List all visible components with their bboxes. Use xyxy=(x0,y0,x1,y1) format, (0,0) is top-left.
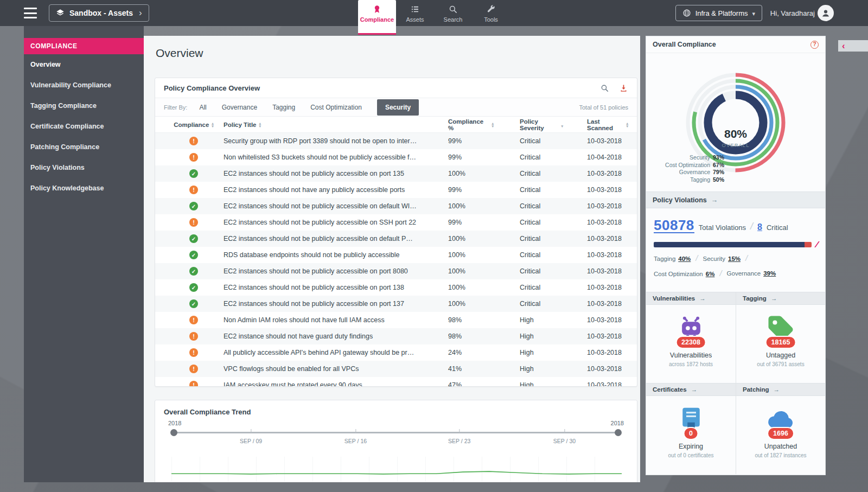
search-icon[interactable] xyxy=(600,84,609,93)
tile-header[interactable]: Vulnerabilities xyxy=(646,292,736,305)
sidebar-item[interactable]: Patching Compliance xyxy=(24,137,144,157)
filter-chip[interactable]: Cost Optimization xyxy=(310,104,362,111)
avatar[interactable] xyxy=(818,5,834,21)
total-policies-label: Total of 51 policies xyxy=(579,104,629,111)
tile-header[interactable]: Tagging xyxy=(736,292,825,305)
table-row[interactable]: Non whitelisted S3 buckets should not be… xyxy=(155,149,637,165)
policy-violations-header[interactable]: Policy Violations xyxy=(646,191,825,208)
chevron-right-icon xyxy=(138,8,142,18)
tile-header[interactable]: Certificates xyxy=(646,383,736,396)
arrow-right-icon xyxy=(687,383,698,396)
help-icon[interactable] xyxy=(810,41,819,49)
last-scanned-cell: 10-04-2018 xyxy=(563,154,628,161)
status-icon xyxy=(189,169,198,178)
table-row[interactable]: EC2 instances should not be publicly acc… xyxy=(155,231,637,247)
count-badge: 0 xyxy=(683,427,699,440)
donut-legend: Security 93% Cost Optimization 67% Gover… xyxy=(653,154,724,183)
table-row[interactable]: All publicly accessible API's behind API… xyxy=(155,344,637,361)
table-row[interactable]: Non Admin IAM roles should not have full… xyxy=(155,312,637,328)
policy-severity-cell: Critical xyxy=(494,267,563,275)
column-header[interactable]: Last Scanned xyxy=(563,118,628,131)
status-icon xyxy=(189,234,198,243)
context-selector[interactable]: Sandbox - Assets xyxy=(49,4,149,22)
compliance-pct-cell: 100% xyxy=(424,251,494,259)
table-row[interactable]: EC2 instances should not be publicly acc… xyxy=(155,263,637,279)
top-tab[interactable]: Tools xyxy=(472,0,510,26)
compliance-pct-cell: 47% xyxy=(424,381,494,387)
tile-primary-label: Untagged xyxy=(736,352,825,359)
table-row[interactable]: EC2 instances should not be publicly acc… xyxy=(155,198,637,214)
policy-severity-cell: High xyxy=(494,333,563,340)
policy-title-cell: RDS database endpoints should not be pub… xyxy=(224,251,424,259)
last-scanned-cell: 10-03-2018 xyxy=(563,219,628,226)
slider-handle-left[interactable] xyxy=(170,429,177,436)
arrow-right-icon xyxy=(695,292,706,305)
policy-title-cell: Security group with RDP port 3389 should… xyxy=(224,137,424,145)
divider-slash xyxy=(745,253,748,263)
compliance-pct-cell: 100% xyxy=(424,235,494,242)
table-row[interactable]: EC2 instance should not have guard duty … xyxy=(155,328,637,344)
filter-chip[interactable]: All xyxy=(199,104,206,111)
table-row[interactable]: EC2 instances should not be publicly acc… xyxy=(155,279,637,296)
sidebar-item[interactable]: Tagging Compliance xyxy=(24,95,144,116)
slider-handle-right[interactable] xyxy=(615,429,622,436)
sidebar-item[interactable]: Policy Knowledgebase xyxy=(24,178,144,199)
overall-label: OVERALL xyxy=(722,142,750,148)
top-tab[interactable]: Compliance xyxy=(358,0,396,35)
legend-row: Governance 79% xyxy=(653,169,724,176)
page-title: Overview xyxy=(156,47,203,60)
sidebar-item[interactable]: Policy Violations xyxy=(24,157,144,178)
total-violations-value[interactable]: 50878 xyxy=(654,218,694,233)
column-header[interactable]: Compliance % xyxy=(424,118,494,131)
edit-icon[interactable] xyxy=(811,241,820,247)
slider-tick-label: SEP / 16 xyxy=(344,429,367,444)
tile-header[interactable]: Patching xyxy=(736,383,825,396)
policy-severity-cell: High xyxy=(494,316,563,324)
policy-severity-cell: Critical xyxy=(494,235,563,242)
collapse-right-panel-button[interactable] xyxy=(838,40,868,52)
policy-title-cell: EC2 instances should not be publicly acc… xyxy=(224,284,424,291)
total-violations-label: Total Violations xyxy=(699,223,746,233)
status-icon xyxy=(189,299,198,308)
table-row[interactable]: Security group with RDP port 3389 should… xyxy=(155,133,637,149)
critical-violations-value[interactable]: 8 xyxy=(757,222,762,233)
table-row[interactable]: RDS database endpoints should not be pub… xyxy=(155,247,637,263)
sidebar: COMPLIANCE Overview Vulnerability Compli… xyxy=(24,26,144,482)
top-tab[interactable]: Search xyxy=(434,0,472,26)
last-scanned-cell: 10-03-2018 xyxy=(563,137,628,145)
filter-chip[interactable]: Governance xyxy=(222,104,257,111)
table-row[interactable]: EC2 instances should not be publicly acc… xyxy=(155,296,637,312)
status-icon xyxy=(189,251,198,259)
sidebar-item[interactable]: Vulnerability Compliance xyxy=(24,75,144,95)
compliance-pct-cell: 99% xyxy=(424,186,494,194)
table-row[interactable]: EC2 instances should not have any public… xyxy=(155,182,637,198)
platform-selector[interactable]: Infra & Platforms xyxy=(675,5,762,21)
top-tab[interactable]: Assets xyxy=(396,0,434,26)
tab-label: Compliance xyxy=(360,16,394,23)
column-header[interactable]: Compliance xyxy=(164,122,224,128)
sidebar-item[interactable]: Overview xyxy=(24,54,144,75)
overall-compliance-title: Overall Compliance xyxy=(653,41,716,48)
column-header[interactable]: Policy Severity xyxy=(494,118,563,131)
policy-title-cell: EC2 instances should not be publicly acc… xyxy=(224,170,424,177)
table-row[interactable]: IAM accesskey must be rotated every 90 d… xyxy=(155,377,637,387)
breakdown-item: Tagging 40% xyxy=(654,253,703,263)
menu-icon[interactable] xyxy=(24,8,37,18)
platform-selector-label: Infra & Platforms xyxy=(695,9,748,17)
policy-title-cell: Non whitelisted S3 buckets should not be… xyxy=(224,154,424,161)
table-row[interactable]: EC2 instances should not be publicly acc… xyxy=(155,165,637,182)
violations-breakdown-line1: Tagging 40% Security 15% xyxy=(654,253,818,263)
table-row[interactable]: EC2 instances should not be publicly acc… xyxy=(155,214,637,231)
status-icon xyxy=(189,186,198,194)
tile-primary-label: Unpatched xyxy=(736,443,825,450)
filter-chip[interactable]: Security xyxy=(377,99,419,116)
table-row[interactable]: VPC flowlogs should be enabled for all V… xyxy=(155,361,637,377)
download-icon[interactable] xyxy=(619,84,628,93)
summary-tiles: Vulnerabilities 22308 Vulnerabilities ac… xyxy=(646,292,825,474)
column-header[interactable]: Policy Title xyxy=(224,122,424,128)
range-start-label: 2018 xyxy=(168,420,181,426)
sidebar-item[interactable]: Certificate Compliance xyxy=(24,116,144,137)
filter-chip[interactable]: Tagging xyxy=(272,104,295,111)
policy-title-cell: VPC flowlogs should be enabled for all V… xyxy=(224,365,424,373)
policy-title-cell: EC2 instances should not be publicly acc… xyxy=(224,219,424,226)
